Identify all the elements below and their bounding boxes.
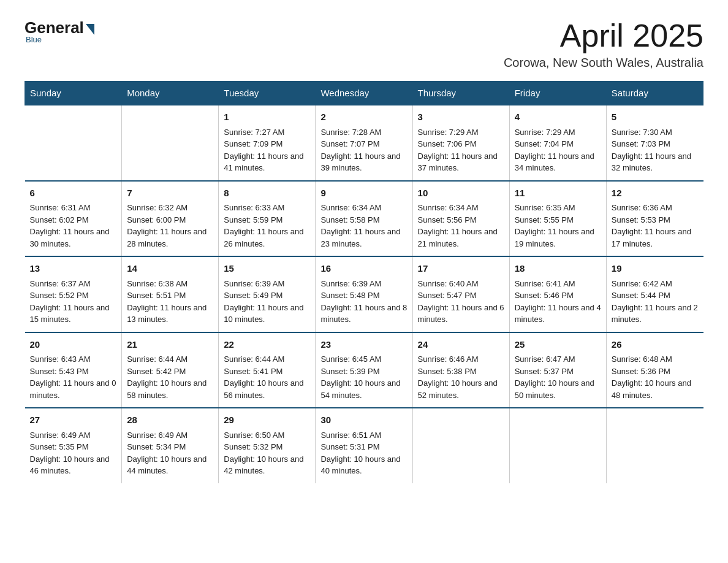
calendar-cell: 1Sunrise: 7:27 AMSunset: 7:09 PMDaylight… bbox=[219, 105, 316, 181]
day-number: 27 bbox=[30, 413, 117, 427]
day-number: 26 bbox=[612, 338, 699, 352]
calendar-week-row: 27Sunrise: 6:49 AMSunset: 5:35 PMDayligh… bbox=[25, 408, 703, 483]
calendar-cell: 26Sunrise: 6:48 AMSunset: 5:36 PMDayligh… bbox=[606, 332, 703, 408]
day-info: Sunrise: 7:29 AMSunset: 7:06 PMDaylight:… bbox=[418, 126, 504, 174]
day-info: Sunrise: 6:34 AMSunset: 5:56 PMDaylight:… bbox=[418, 202, 504, 250]
day-info: Sunrise: 6:46 AMSunset: 5:38 PMDaylight:… bbox=[418, 353, 504, 401]
page-header: General Blue April 2025 Corowa, New Sout… bbox=[25, 18, 703, 70]
page-subtitle: Corowa, New South Wales, Australia bbox=[504, 56, 703, 70]
day-number: 25 bbox=[515, 338, 601, 352]
weekday-header-saturday: Saturday bbox=[606, 82, 703, 105]
day-info: Sunrise: 6:44 AMSunset: 5:41 PMDaylight:… bbox=[224, 353, 310, 401]
day-info: Sunrise: 6:38 AMSunset: 5:51 PMDaylight:… bbox=[127, 278, 213, 326]
calendar-cell bbox=[606, 408, 703, 483]
day-info: Sunrise: 6:42 AMSunset: 5:44 PMDaylight:… bbox=[612, 278, 699, 326]
calendar-week-row: 13Sunrise: 6:37 AMSunset: 5:52 PMDayligh… bbox=[25, 256, 703, 332]
calendar-cell: 6Sunrise: 6:31 AMSunset: 6:02 PMDaylight… bbox=[25, 181, 122, 257]
logo-arrow-icon bbox=[86, 24, 94, 35]
weekday-header-sunday: Sunday bbox=[25, 82, 122, 105]
logo: General Blue bbox=[25, 18, 94, 44]
calendar-cell: 24Sunrise: 6:46 AMSunset: 5:38 PMDayligh… bbox=[412, 332, 509, 408]
calendar-cell: 4Sunrise: 7:29 AMSunset: 7:04 PMDaylight… bbox=[509, 105, 606, 181]
calendar-table: SundayMondayTuesdayWednesdayThursdayFrid… bbox=[25, 81, 703, 483]
day-number: 23 bbox=[320, 338, 407, 352]
calendar-cell: 12Sunrise: 6:36 AMSunset: 5:53 PMDayligh… bbox=[606, 181, 703, 257]
calendar-cell: 22Sunrise: 6:44 AMSunset: 5:41 PMDayligh… bbox=[219, 332, 316, 408]
day-number: 2 bbox=[320, 110, 407, 124]
day-info: Sunrise: 7:27 AMSunset: 7:09 PMDaylight:… bbox=[224, 126, 310, 174]
day-info: Sunrise: 6:50 AMSunset: 5:32 PMDaylight:… bbox=[224, 429, 310, 477]
day-number: 3 bbox=[418, 110, 504, 124]
day-info: Sunrise: 6:31 AMSunset: 6:02 PMDaylight:… bbox=[30, 202, 117, 250]
calendar-week-row: 1Sunrise: 7:27 AMSunset: 7:09 PMDaylight… bbox=[25, 105, 703, 181]
title-block: April 2025 Corowa, New South Wales, Aust… bbox=[504, 18, 703, 70]
calendar-cell: 23Sunrise: 6:45 AMSunset: 5:39 PMDayligh… bbox=[316, 332, 412, 408]
day-info: Sunrise: 6:51 AMSunset: 5:31 PMDaylight:… bbox=[320, 429, 407, 477]
logo-blue-text: Blue bbox=[26, 35, 42, 44]
calendar-cell bbox=[509, 408, 606, 483]
calendar-cell: 13Sunrise: 6:37 AMSunset: 5:52 PMDayligh… bbox=[25, 256, 122, 332]
day-number: 17 bbox=[418, 262, 504, 276]
day-number: 21 bbox=[127, 338, 213, 352]
day-number: 18 bbox=[515, 262, 601, 276]
weekday-header-thursday: Thursday bbox=[412, 82, 509, 105]
day-number: 14 bbox=[127, 262, 213, 276]
calendar-cell: 25Sunrise: 6:47 AMSunset: 5:37 PMDayligh… bbox=[509, 332, 606, 408]
day-info: Sunrise: 6:45 AMSunset: 5:39 PMDaylight:… bbox=[320, 353, 407, 401]
day-info: Sunrise: 6:43 AMSunset: 5:43 PMDaylight:… bbox=[30, 353, 117, 401]
day-info: Sunrise: 6:33 AMSunset: 5:59 PMDaylight:… bbox=[224, 202, 310, 250]
calendar-cell: 8Sunrise: 6:33 AMSunset: 5:59 PMDaylight… bbox=[219, 181, 316, 257]
day-info: Sunrise: 6:40 AMSunset: 5:47 PMDaylight:… bbox=[418, 278, 504, 326]
calendar-cell: 5Sunrise: 7:30 AMSunset: 7:03 PMDaylight… bbox=[606, 105, 703, 181]
calendar-cell: 15Sunrise: 6:39 AMSunset: 5:49 PMDayligh… bbox=[219, 256, 316, 332]
calendar-cell: 10Sunrise: 6:34 AMSunset: 5:56 PMDayligh… bbox=[412, 181, 509, 257]
day-number: 9 bbox=[320, 186, 407, 201]
page-title: April 2025 bbox=[504, 18, 703, 53]
day-number: 19 bbox=[612, 262, 699, 276]
day-number: 5 bbox=[612, 110, 699, 124]
day-info: Sunrise: 6:44 AMSunset: 5:42 PMDaylight:… bbox=[127, 353, 213, 401]
day-number: 24 bbox=[418, 338, 504, 352]
calendar-cell: 29Sunrise: 6:50 AMSunset: 5:32 PMDayligh… bbox=[219, 408, 316, 483]
calendar-cell: 17Sunrise: 6:40 AMSunset: 5:47 PMDayligh… bbox=[412, 256, 509, 332]
calendar-cell: 28Sunrise: 6:49 AMSunset: 5:34 PMDayligh… bbox=[122, 408, 219, 483]
calendar-cell: 2Sunrise: 7:28 AMSunset: 7:07 PMDaylight… bbox=[316, 105, 412, 181]
calendar-cell: 16Sunrise: 6:39 AMSunset: 5:48 PMDayligh… bbox=[316, 256, 412, 332]
day-number: 11 bbox=[515, 186, 601, 201]
day-info: Sunrise: 7:29 AMSunset: 7:04 PMDaylight:… bbox=[515, 126, 601, 174]
weekday-header-monday: Monday bbox=[122, 82, 219, 105]
calendar-cell: 9Sunrise: 6:34 AMSunset: 5:58 PMDaylight… bbox=[316, 181, 412, 257]
weekday-header-tuesday: Tuesday bbox=[219, 82, 316, 105]
calendar-week-row: 20Sunrise: 6:43 AMSunset: 5:43 PMDayligh… bbox=[25, 332, 703, 408]
day-number: 7 bbox=[127, 186, 213, 201]
calendar-cell: 18Sunrise: 6:41 AMSunset: 5:46 PMDayligh… bbox=[509, 256, 606, 332]
day-info: Sunrise: 7:28 AMSunset: 7:07 PMDaylight:… bbox=[320, 126, 407, 174]
weekday-header-friday: Friday bbox=[509, 82, 606, 105]
day-number: 12 bbox=[612, 186, 699, 201]
calendar-cell: 19Sunrise: 6:42 AMSunset: 5:44 PMDayligh… bbox=[606, 256, 703, 332]
calendar-cell: 21Sunrise: 6:44 AMSunset: 5:42 PMDayligh… bbox=[122, 332, 219, 408]
calendar-cell: 20Sunrise: 6:43 AMSunset: 5:43 PMDayligh… bbox=[25, 332, 122, 408]
day-info: Sunrise: 6:39 AMSunset: 5:48 PMDaylight:… bbox=[320, 278, 407, 326]
day-number: 30 bbox=[320, 413, 407, 427]
day-info: Sunrise: 6:39 AMSunset: 5:49 PMDaylight:… bbox=[224, 278, 310, 326]
calendar-cell: 27Sunrise: 6:49 AMSunset: 5:35 PMDayligh… bbox=[25, 408, 122, 483]
day-info: Sunrise: 7:30 AMSunset: 7:03 PMDaylight:… bbox=[612, 126, 699, 174]
calendar-cell bbox=[25, 105, 122, 181]
day-number: 28 bbox=[127, 413, 213, 427]
day-info: Sunrise: 6:47 AMSunset: 5:37 PMDaylight:… bbox=[515, 353, 601, 401]
calendar-header-row: SundayMondayTuesdayWednesdayThursdayFrid… bbox=[25, 82, 703, 105]
day-number: 6 bbox=[30, 186, 117, 201]
day-info: Sunrise: 6:34 AMSunset: 5:58 PMDaylight:… bbox=[320, 202, 407, 250]
day-number: 4 bbox=[515, 110, 601, 124]
day-info: Sunrise: 6:49 AMSunset: 5:34 PMDaylight:… bbox=[127, 429, 213, 477]
day-number: 8 bbox=[224, 186, 310, 201]
day-number: 1 bbox=[224, 110, 310, 124]
day-number: 20 bbox=[30, 338, 117, 352]
calendar-cell bbox=[412, 408, 509, 483]
calendar-week-row: 6Sunrise: 6:31 AMSunset: 6:02 PMDaylight… bbox=[25, 181, 703, 257]
day-info: Sunrise: 6:32 AMSunset: 6:00 PMDaylight:… bbox=[127, 202, 213, 250]
day-number: 16 bbox=[320, 262, 407, 276]
calendar-cell: 3Sunrise: 7:29 AMSunset: 7:06 PMDaylight… bbox=[412, 105, 509, 181]
day-number: 10 bbox=[418, 186, 504, 201]
